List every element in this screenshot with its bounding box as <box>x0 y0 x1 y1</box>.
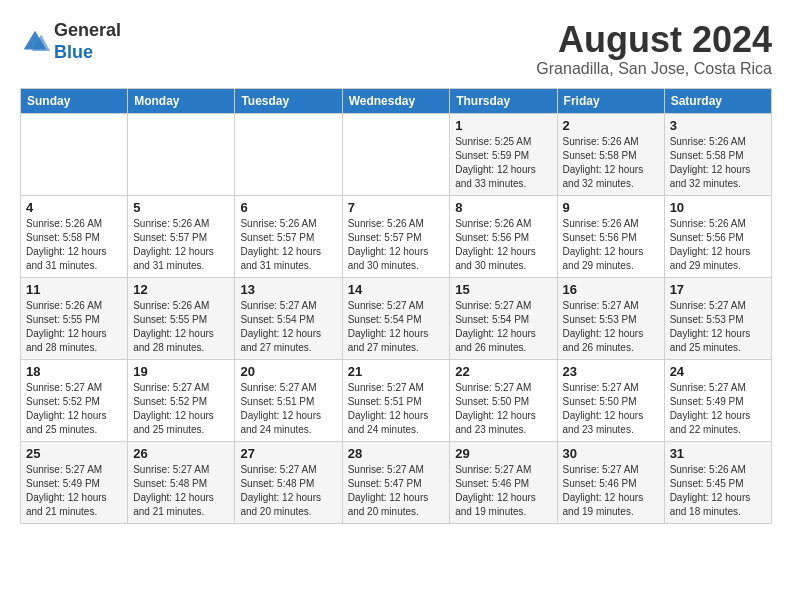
table-row: 12Sunrise: 5:26 AM Sunset: 5:55 PM Dayli… <box>128 277 235 359</box>
calendar-week-row: 25Sunrise: 5:27 AM Sunset: 5:49 PM Dayli… <box>21 441 772 523</box>
day-number: 9 <box>563 200 659 215</box>
table-row: 9Sunrise: 5:26 AM Sunset: 5:56 PM Daylig… <box>557 195 664 277</box>
day-info: Sunrise: 5:26 AM Sunset: 5:57 PM Dayligh… <box>133 217 229 273</box>
day-number: 22 <box>455 364 551 379</box>
day-info: Sunrise: 5:27 AM Sunset: 5:54 PM Dayligh… <box>455 299 551 355</box>
col-sunday: Sunday <box>21 88 128 113</box>
logo-general: General <box>54 20 121 42</box>
day-number: 14 <box>348 282 445 297</box>
logo-blue: Blue <box>54 42 121 64</box>
day-number: 16 <box>563 282 659 297</box>
day-number: 26 <box>133 446 229 461</box>
page-header: General Blue August 2024 Granadilla, San… <box>20 20 772 78</box>
day-number: 1 <box>455 118 551 133</box>
day-info: Sunrise: 5:26 AM Sunset: 5:58 PM Dayligh… <box>26 217 122 273</box>
col-tuesday: Tuesday <box>235 88 342 113</box>
table-row: 18Sunrise: 5:27 AM Sunset: 5:52 PM Dayli… <box>21 359 128 441</box>
day-number: 19 <box>133 364 229 379</box>
table-row: 16Sunrise: 5:27 AM Sunset: 5:53 PM Dayli… <box>557 277 664 359</box>
day-info: Sunrise: 5:27 AM Sunset: 5:53 PM Dayligh… <box>563 299 659 355</box>
day-number: 7 <box>348 200 445 215</box>
table-row <box>128 113 235 195</box>
day-info: Sunrise: 5:27 AM Sunset: 5:52 PM Dayligh… <box>26 381 122 437</box>
day-info: Sunrise: 5:26 AM Sunset: 5:58 PM Dayligh… <box>563 135 659 191</box>
table-row: 11Sunrise: 5:26 AM Sunset: 5:55 PM Dayli… <box>21 277 128 359</box>
table-row: 14Sunrise: 5:27 AM Sunset: 5:54 PM Dayli… <box>342 277 450 359</box>
table-row: 3Sunrise: 5:26 AM Sunset: 5:58 PM Daylig… <box>664 113 771 195</box>
table-row: 25Sunrise: 5:27 AM Sunset: 5:49 PM Dayli… <box>21 441 128 523</box>
day-number: 29 <box>455 446 551 461</box>
table-row: 31Sunrise: 5:26 AM Sunset: 5:45 PM Dayli… <box>664 441 771 523</box>
day-info: Sunrise: 5:27 AM Sunset: 5:51 PM Dayligh… <box>348 381 445 437</box>
day-info: Sunrise: 5:27 AM Sunset: 5:51 PM Dayligh… <box>240 381 336 437</box>
day-info: Sunrise: 5:25 AM Sunset: 5:59 PM Dayligh… <box>455 135 551 191</box>
table-row: 10Sunrise: 5:26 AM Sunset: 5:56 PM Dayli… <box>664 195 771 277</box>
day-number: 31 <box>670 446 766 461</box>
table-row: 2Sunrise: 5:26 AM Sunset: 5:58 PM Daylig… <box>557 113 664 195</box>
table-row: 23Sunrise: 5:27 AM Sunset: 5:50 PM Dayli… <box>557 359 664 441</box>
day-info: Sunrise: 5:26 AM Sunset: 5:57 PM Dayligh… <box>348 217 445 273</box>
day-info: Sunrise: 5:26 AM Sunset: 5:56 PM Dayligh… <box>563 217 659 273</box>
col-monday: Monday <box>128 88 235 113</box>
day-info: Sunrise: 5:27 AM Sunset: 5:48 PM Dayligh… <box>240 463 336 519</box>
table-row: 7Sunrise: 5:26 AM Sunset: 5:57 PM Daylig… <box>342 195 450 277</box>
day-info: Sunrise: 5:27 AM Sunset: 5:48 PM Dayligh… <box>133 463 229 519</box>
day-number: 21 <box>348 364 445 379</box>
table-row <box>342 113 450 195</box>
day-info: Sunrise: 5:27 AM Sunset: 5:47 PM Dayligh… <box>348 463 445 519</box>
col-friday: Friday <box>557 88 664 113</box>
day-info: Sunrise: 5:26 AM Sunset: 5:56 PM Dayligh… <box>670 217 766 273</box>
table-row: 30Sunrise: 5:27 AM Sunset: 5:46 PM Dayli… <box>557 441 664 523</box>
calendar-week-row: 18Sunrise: 5:27 AM Sunset: 5:52 PM Dayli… <box>21 359 772 441</box>
day-info: Sunrise: 5:27 AM Sunset: 5:54 PM Dayligh… <box>348 299 445 355</box>
day-info: Sunrise: 5:26 AM Sunset: 5:55 PM Dayligh… <box>26 299 122 355</box>
day-number: 5 <box>133 200 229 215</box>
day-info: Sunrise: 5:27 AM Sunset: 5:46 PM Dayligh… <box>455 463 551 519</box>
logo-text: General Blue <box>54 20 121 63</box>
calendar-week-row: 4Sunrise: 5:26 AM Sunset: 5:58 PM Daylig… <box>21 195 772 277</box>
day-number: 30 <box>563 446 659 461</box>
calendar-header-row: Sunday Monday Tuesday Wednesday Thursday… <box>21 88 772 113</box>
month-title: August 2024 <box>536 20 772 60</box>
day-number: 4 <box>26 200 122 215</box>
day-number: 2 <box>563 118 659 133</box>
day-info: Sunrise: 5:27 AM Sunset: 5:50 PM Dayligh… <box>563 381 659 437</box>
day-info: Sunrise: 5:27 AM Sunset: 5:50 PM Dayligh… <box>455 381 551 437</box>
title-block: August 2024 Granadilla, San Jose, Costa … <box>536 20 772 78</box>
table-row: 19Sunrise: 5:27 AM Sunset: 5:52 PM Dayli… <box>128 359 235 441</box>
day-number: 10 <box>670 200 766 215</box>
col-wednesday: Wednesday <box>342 88 450 113</box>
day-info: Sunrise: 5:26 AM Sunset: 5:45 PM Dayligh… <box>670 463 766 519</box>
day-number: 12 <box>133 282 229 297</box>
table-row: 6Sunrise: 5:26 AM Sunset: 5:57 PM Daylig… <box>235 195 342 277</box>
table-row: 20Sunrise: 5:27 AM Sunset: 5:51 PM Dayli… <box>235 359 342 441</box>
table-row: 26Sunrise: 5:27 AM Sunset: 5:48 PM Dayli… <box>128 441 235 523</box>
day-info: Sunrise: 5:27 AM Sunset: 5:52 PM Dayligh… <box>133 381 229 437</box>
table-row: 8Sunrise: 5:26 AM Sunset: 5:56 PM Daylig… <box>450 195 557 277</box>
day-number: 13 <box>240 282 336 297</box>
calendar-week-row: 1Sunrise: 5:25 AM Sunset: 5:59 PM Daylig… <box>21 113 772 195</box>
calendar-week-row: 11Sunrise: 5:26 AM Sunset: 5:55 PM Dayli… <box>21 277 772 359</box>
table-row: 24Sunrise: 5:27 AM Sunset: 5:49 PM Dayli… <box>664 359 771 441</box>
table-row: 4Sunrise: 5:26 AM Sunset: 5:58 PM Daylig… <box>21 195 128 277</box>
day-info: Sunrise: 5:26 AM Sunset: 5:58 PM Dayligh… <box>670 135 766 191</box>
day-number: 25 <box>26 446 122 461</box>
day-info: Sunrise: 5:27 AM Sunset: 5:49 PM Dayligh… <box>670 381 766 437</box>
table-row <box>21 113 128 195</box>
table-row: 29Sunrise: 5:27 AM Sunset: 5:46 PM Dayli… <box>450 441 557 523</box>
day-number: 23 <box>563 364 659 379</box>
day-info: Sunrise: 5:27 AM Sunset: 5:53 PM Dayligh… <box>670 299 766 355</box>
day-number: 18 <box>26 364 122 379</box>
table-row: 21Sunrise: 5:27 AM Sunset: 5:51 PM Dayli… <box>342 359 450 441</box>
location: Granadilla, San Jose, Costa Rica <box>536 60 772 78</box>
table-row: 28Sunrise: 5:27 AM Sunset: 5:47 PM Dayli… <box>342 441 450 523</box>
day-number: 20 <box>240 364 336 379</box>
logo-icon <box>20 27 50 57</box>
day-number: 15 <box>455 282 551 297</box>
day-number: 17 <box>670 282 766 297</box>
table-row: 17Sunrise: 5:27 AM Sunset: 5:53 PM Dayli… <box>664 277 771 359</box>
day-info: Sunrise: 5:26 AM Sunset: 5:56 PM Dayligh… <box>455 217 551 273</box>
day-info: Sunrise: 5:26 AM Sunset: 5:55 PM Dayligh… <box>133 299 229 355</box>
day-number: 11 <box>26 282 122 297</box>
col-saturday: Saturday <box>664 88 771 113</box>
